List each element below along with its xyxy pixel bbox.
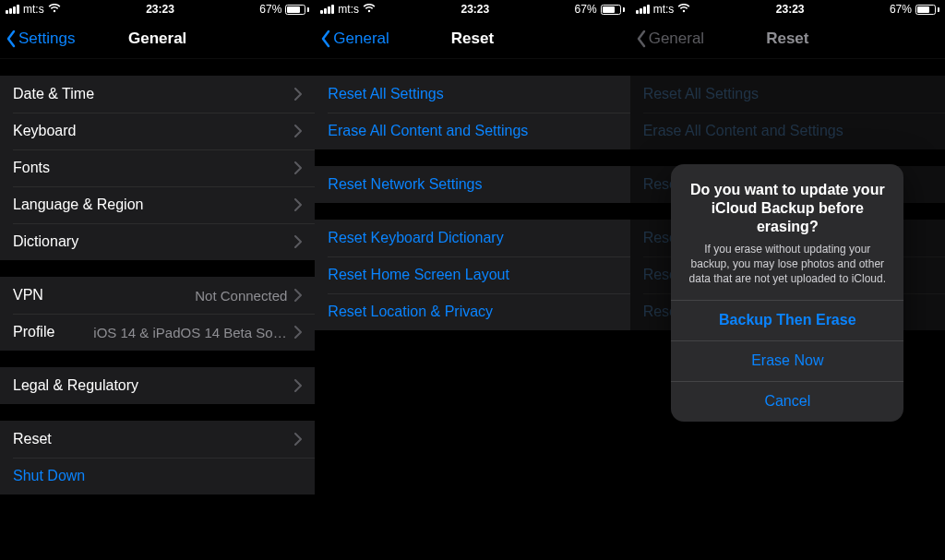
cellular-signal-icon bbox=[636, 5, 650, 14]
row-label: Legal & Regulatory bbox=[13, 377, 138, 394]
backup-then-erase-button[interactable]: Backup Then Erase bbox=[671, 300, 903, 340]
battery-percent: 67% bbox=[890, 3, 912, 16]
settings-group: Date & TimeKeyboardFontsLanguage & Regio… bbox=[0, 76, 315, 260]
settings-group: Reset Network Settings bbox=[315, 166, 629, 203]
battery-percent: 67% bbox=[259, 3, 281, 16]
row-label: Reset Location & Privacy bbox=[328, 304, 493, 320]
status-time: 23:23 bbox=[146, 3, 174, 16]
back-button: General bbox=[636, 30, 704, 48]
settings-row[interactable]: Legal & Regulatory bbox=[0, 367, 315, 404]
row-label: Reset Network Settings bbox=[328, 176, 482, 193]
chevron-left-icon bbox=[320, 30, 331, 48]
chevron-left-icon bbox=[6, 30, 17, 48]
settings-group: ResetShut Down bbox=[0, 421, 315, 494]
settings-group: Reset Keyboard DictionaryReset Home Scre… bbox=[315, 220, 629, 330]
erase-now-button[interactable]: Erase Now bbox=[671, 340, 903, 381]
settings-row[interactable]: Erase All Content and Settings bbox=[315, 113, 629, 149]
row-detail: iOS 14 & iPadOS 14 Beta Softwar… bbox=[93, 325, 287, 340]
wifi-icon bbox=[677, 4, 690, 15]
chevron-right-icon bbox=[294, 161, 302, 174]
row-label: Keyboard bbox=[13, 123, 77, 139]
alert-sheet: Do you want to update your iCloud Backup… bbox=[671, 164, 903, 422]
settings-group: Legal & Regulatory bbox=[0, 367, 315, 404]
chevron-right-icon bbox=[294, 289, 302, 302]
chevron-right-icon bbox=[294, 326, 302, 339]
carrier-label: mt:s bbox=[23, 3, 44, 16]
cellular-signal-icon bbox=[6, 5, 19, 14]
status-time: 23:23 bbox=[461, 3, 489, 16]
settings-row[interactable]: Date & Time bbox=[0, 76, 315, 113]
carrier-label: mt:s bbox=[653, 3, 675, 16]
back-button[interactable]: General bbox=[320, 30, 389, 48]
chevron-right-icon bbox=[294, 88, 302, 101]
settings-row[interactable]: VPNNot Connected bbox=[0, 277, 315, 314]
settings-row[interactable]: Shut Down bbox=[0, 458, 315, 494]
nav-bar: Settings General bbox=[0, 18, 315, 59]
nav-bar: General Reset bbox=[630, 18, 945, 59]
alert-message: If you erase without updating your backu… bbox=[686, 242, 889, 287]
row-label: Reset bbox=[13, 431, 52, 447]
row-label: Date & Time bbox=[13, 86, 94, 102]
battery-percent: 67% bbox=[575, 3, 597, 16]
row-label: Reset Home Screen Layout bbox=[328, 267, 509, 283]
chevron-right-icon bbox=[294, 235, 302, 248]
row-label: Shut Down bbox=[13, 468, 85, 484]
settings-group: VPNNot ConnectedProfileiOS 14 & iPadOS 1… bbox=[0, 277, 315, 351]
settings-row[interactable]: Keyboard bbox=[0, 113, 315, 149]
settings-row[interactable]: Reset Network Settings bbox=[315, 166, 629, 203]
battery-icon bbox=[601, 5, 625, 15]
back-label: General bbox=[649, 30, 704, 48]
wifi-icon bbox=[48, 4, 61, 15]
row-label: Reset All Settings bbox=[328, 86, 443, 102]
row-label: Dictionary bbox=[13, 233, 78, 250]
row-label: Language & Region bbox=[13, 197, 143, 213]
back-label: Settings bbox=[18, 30, 75, 48]
settings-row[interactable]: Reset Home Screen Layout bbox=[315, 256, 629, 293]
nav-bar: General Reset bbox=[315, 18, 629, 59]
settings-row[interactable]: Reset Location & Privacy bbox=[315, 293, 629, 330]
cancel-button[interactable]: Cancel bbox=[671, 381, 903, 422]
status-bar: mt:s 23:23 67% bbox=[0, 0, 315, 18]
settings-row[interactable]: Reset All Settings bbox=[315, 76, 629, 113]
settings-row[interactable]: Fonts bbox=[0, 149, 315, 186]
settings-row[interactable]: ProfileiOS 14 & iPadOS 14 Beta Softwar… bbox=[0, 314, 315, 351]
alert-title: Do you want to update your iCloud Backup… bbox=[686, 181, 889, 236]
screen-reset-alert: mt:s 23:23 67% General Reset Reset All S… bbox=[630, 0, 945, 560]
chevron-right-icon bbox=[294, 379, 302, 392]
carrier-label: mt:s bbox=[338, 3, 359, 16]
cellular-signal-icon bbox=[320, 5, 334, 14]
row-label: Fonts bbox=[13, 160, 50, 176]
screen-general: mt:s 23:23 67% Settings General Date & T… bbox=[0, 0, 315, 560]
row-label: Erase All Content and Settings bbox=[328, 123, 528, 139]
battery-icon bbox=[915, 5, 939, 15]
settings-row[interactable]: Language & Region bbox=[0, 186, 315, 223]
wifi-icon bbox=[363, 4, 376, 15]
status-time: 23:23 bbox=[776, 3, 805, 16]
status-bar: mt:s 23:23 67% bbox=[630, 0, 945, 18]
battery-icon bbox=[285, 5, 309, 15]
back-button[interactable]: Settings bbox=[6, 30, 75, 48]
row-detail: Not Connected bbox=[195, 288, 287, 304]
settings-row[interactable]: Reset bbox=[0, 421, 315, 458]
chevron-right-icon bbox=[294, 198, 302, 211]
chevron-left-icon bbox=[636, 30, 647, 48]
row-label: Profile bbox=[13, 324, 54, 340]
settings-row[interactable]: Reset Keyboard Dictionary bbox=[315, 220, 629, 256]
screen-reset: mt:s 23:23 67% General Reset Reset All S… bbox=[315, 0, 629, 560]
row-label: Reset Keyboard Dictionary bbox=[328, 230, 503, 246]
back-label: General bbox=[333, 30, 389, 48]
status-bar: mt:s 23:23 67% bbox=[315, 0, 629, 18]
settings-row[interactable]: Dictionary bbox=[0, 223, 315, 260]
settings-group: Reset All SettingsErase All Content and … bbox=[315, 76, 629, 149]
chevron-right-icon bbox=[294, 433, 302, 446]
chevron-right-icon bbox=[294, 125, 302, 137]
row-label: VPN bbox=[13, 287, 43, 304]
